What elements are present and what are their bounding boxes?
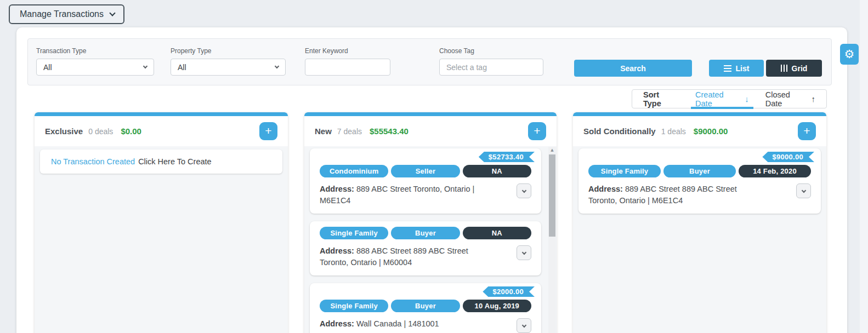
property-type-select[interactable]: All — [171, 59, 286, 76]
column-sold-conditionally: Sold Conditionally1 deals$9000.00+$9000.… — [573, 112, 826, 333]
chevron-down-icon — [109, 10, 115, 16]
address-label: Address: — [588, 185, 623, 193]
chevron-down-icon — [143, 64, 147, 68]
transaction-type-group: Transaction Type All — [36, 47, 154, 76]
date-badge: NA — [463, 227, 531, 239]
sort-created-date[interactable]: Created Date ↓ — [695, 90, 749, 108]
empty-state-card[interactable]: No Transaction CreatedClick Here To Crea… — [40, 150, 282, 174]
column-amount: $9000.00 — [694, 127, 728, 136]
address-text: Address: 889 ABC Street Toronto, Ontario… — [320, 183, 493, 206]
client-type-badge: Buyer — [391, 227, 459, 239]
arrow-down-icon: ↓ — [745, 94, 749, 104]
search-button-label: Search — [620, 64, 646, 73]
manage-transactions-label: Manage Transactions — [20, 9, 104, 19]
address-text: Address: 889 ABC Street 889 ABC Street T… — [588, 183, 762, 206]
date-badge: 14 Feb, 2020 — [739, 165, 811, 177]
filter-bar: Transaction Type All Property Type All E… — [27, 38, 832, 85]
column-deal-count: 7 deals — [337, 127, 362, 136]
expand-card-button[interactable] — [796, 183, 811, 198]
sort-closed-date-label: Closed Date — [765, 90, 809, 108]
arrow-up-icon: ↑ — [812, 94, 816, 104]
address-label: Address: — [320, 319, 354, 328]
property-type-label: Property Type — [171, 47, 286, 55]
badge-row: CondominiumSellerNA — [320, 165, 531, 177]
click-to-create-label: Click Here To Create — [138, 157, 212, 166]
column-title: Exclusive — [45, 127, 83, 136]
client-type-badge: Buyer — [663, 165, 736, 177]
address-row: Address: 889 ABC Street 889 ABC Street T… — [588, 183, 811, 206]
column-scrollbar-track[interactable]: ▲ — [548, 147, 556, 333]
price-ribbon: $52733.40 — [479, 152, 535, 162]
badge-row: Single FamilyBuyer10 Aug, 2019 — [320, 300, 531, 312]
column-accent-bar — [304, 112, 557, 116]
deal-card[interactable]: $52733.40CondominiumSellerNAAddress: 889… — [310, 148, 541, 214]
column-body: $9000.00Single FamilyBuyer14 Feb, 2020Ad… — [573, 146, 826, 333]
client-type-badge: Buyer — [391, 300, 459, 312]
deal-card[interactable]: Single FamilyBuyerNAAddress: 888 ABC Str… — [310, 221, 541, 275]
list-view-button[interactable]: List — [709, 60, 764, 77]
list-button-label: List — [736, 64, 750, 73]
kanban-board: Exclusive0 deals$0.00+No Transaction Cre… — [35, 112, 826, 333]
gear-icon: ⚙ — [844, 48, 855, 61]
column-body: No Transaction CreatedClick Here To Crea… — [35, 146, 288, 333]
transaction-type-select[interactable]: All — [36, 59, 154, 76]
settings-button[interactable]: ⚙ — [840, 44, 859, 65]
deal-card[interactable]: $9000.00Single FamilyBuyer14 Feb, 2020Ad… — [578, 148, 821, 214]
column-title: Sold Conditionally — [583, 127, 656, 136]
manage-transactions-dropdown[interactable]: Manage Transactions — [9, 4, 124, 24]
no-transaction-link[interactable]: No Transaction Created — [51, 157, 135, 166]
address-text: Address: Wall Canada | 1481001 — [320, 318, 493, 330]
column-accent-bar — [573, 112, 826, 116]
column-new: New7 deals$55543.40+$52733.40Condominium… — [304, 112, 557, 333]
property-type-badge: Single Family — [320, 227, 388, 239]
chevron-down-icon — [275, 64, 279, 68]
column-deal-count: 0 deals — [88, 127, 113, 136]
column-amount: $55543.40 — [370, 127, 409, 136]
search-button[interactable]: Search — [574, 60, 692, 77]
address-text: Address: 888 ABC Street 889 ABC Street T… — [320, 245, 493, 268]
tag-label: Choose Tag — [439, 47, 543, 55]
address-label: Address: — [320, 185, 354, 193]
chevron-down-icon — [521, 323, 526, 327]
column-body: $52733.40CondominiumSellerNAAddress: 889… — [304, 146, 557, 333]
chevron-down-icon — [801, 188, 805, 192]
date-badge: 10 Aug, 2019 — [463, 300, 531, 312]
column-deal-count: 1 deals — [661, 127, 686, 136]
window-scrollbar-track[interactable] — [860, 0, 868, 333]
deal-card[interactable]: $2000.00Single FamilyBuyer10 Aug, 2019Ad… — [310, 283, 541, 333]
column-exclusive: Exclusive0 deals$0.00+No Transaction Cre… — [35, 112, 288, 333]
add-transaction-button[interactable]: + — [528, 122, 546, 140]
transaction-type-label: Transaction Type — [36, 47, 154, 55]
tag-select-input[interactable] — [439, 59, 543, 76]
sort-bar: Sort Type Created Date ↓ Closed Date ↑ — [632, 89, 827, 108]
expand-card-button[interactable] — [517, 183, 531, 198]
property-type-badge: Single Family — [320, 300, 388, 312]
address-row: Address: 889 ABC Street Toronto, Ontario… — [320, 183, 531, 206]
property-type-group: Property Type All — [171, 47, 286, 76]
price-ribbon: $2000.00 — [483, 286, 535, 297]
expand-card-button[interactable] — [517, 318, 531, 333]
add-transaction-button[interactable]: + — [259, 122, 277, 140]
keyword-input[interactable] — [305, 59, 390, 76]
address-row: Address: 888 ABC Street 889 ABC Street T… — [320, 245, 531, 268]
grid-icon — [781, 65, 787, 72]
tag-group: Choose Tag — [439, 47, 543, 76]
grid-view-button[interactable]: Grid — [766, 60, 822, 77]
column-header: Sold Conditionally1 deals$9000.00+ — [573, 116, 826, 146]
column-amount: $0.00 — [121, 127, 141, 136]
chevron-down-icon — [521, 188, 526, 192]
add-transaction-button[interactable]: + — [798, 122, 816, 140]
chevron-down-icon — [521, 250, 526, 254]
scroll-up-arrow[interactable]: ▲ — [548, 147, 556, 154]
sort-created-date-label: Created Date — [695, 90, 742, 108]
expand-card-button[interactable] — [517, 245, 531, 260]
column-title: New — [315, 127, 332, 136]
price-ribbon: $9000.00 — [762, 152, 814, 162]
keyword-group: Enter Keyword — [305, 47, 390, 76]
column-header: Exclusive0 deals$0.00+ — [35, 116, 288, 146]
address-label: Address: — [320, 246, 354, 255]
grid-button-label: Grid — [792, 64, 808, 73]
property-type-badge: Single Family — [588, 165, 661, 177]
column-scrollbar-thumb[interactable] — [549, 154, 555, 237]
sort-closed-date[interactable]: Closed Date ↑ — [765, 90, 815, 108]
